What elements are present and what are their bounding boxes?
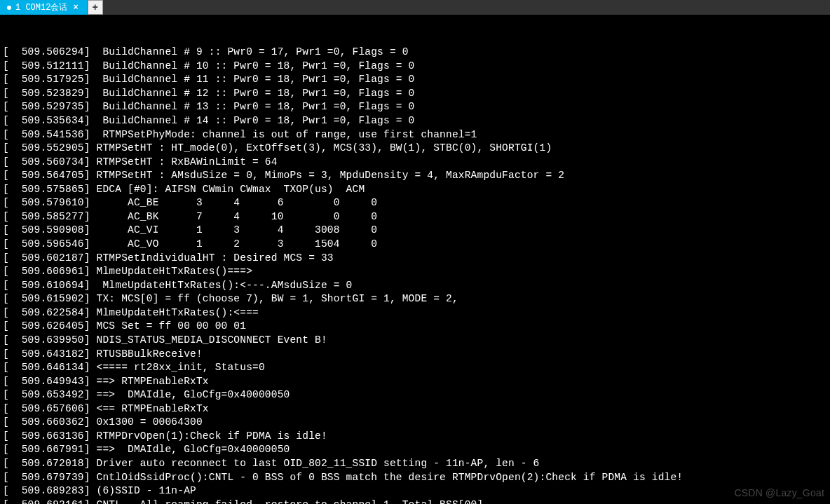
terminal-line: [ 509.626405] MCS Set = ff 00 00 00 01 <box>3 320 827 334</box>
terminal-line: [ 509.517925] BuildChannel # 11 :: Pwr0 … <box>3 73 827 87</box>
terminal-line: [ 509.689283] (6)SSID - 11n-AP <box>3 484 827 498</box>
tab-com12[interactable]: 1 COM12会话 × <box>0 0 88 15</box>
terminal-output[interactable]: [ 509.506294] BuildChannel # 9 :: Pwr0 =… <box>0 15 830 504</box>
tab-strip: 1 COM12会话 × + <box>0 0 830 15</box>
terminal-line: [ 509.672018] Driver auto reconnect to l… <box>3 457 827 471</box>
terminal-line: [ 509.590908] AC_VI 1 3 4 3008 0 <box>3 224 827 238</box>
terminal-lines: [ 509.506294] BuildChannel # 9 :: Pwr0 =… <box>3 46 827 504</box>
terminal-line: [ 509.663136] RTMPDrvOpen(1):Check if PD… <box>3 430 827 444</box>
terminal-line: [ 509.657606] <== RTMPEnableRxTx <box>3 402 827 416</box>
terminal-line: [ 509.596546] AC_VO 1 2 3 1504 0 <box>3 238 827 252</box>
terminal-line: [ 509.646134] <==== rt28xx_init, Status=… <box>3 361 827 375</box>
terminal-line: [ 509.575865] EDCA [#0]: AIFSN CWmin CWm… <box>3 183 827 197</box>
terminal-line: [ 509.653492] ==> DMAIdle, GloCfg=0x4000… <box>3 388 827 402</box>
terminal-line: [ 509.610694] MlmeUpdateHtTxRates():<---… <box>3 279 827 293</box>
terminal-line: [ 509.622584] MlmeUpdateHtTxRates():<=== <box>3 306 827 320</box>
terminal-line: [ 509.692161] CNTL - All roaming failed,… <box>3 498 827 504</box>
terminal-line: [ 509.679739] CntlOidSsidProc():CNTL - 0… <box>3 471 827 485</box>
terminal-line: [ 509.615902] TX: MCS[0] = ff (choose 7)… <box>3 292 827 306</box>
tab-status-dot-icon <box>7 6 11 10</box>
watermark: CSDN @Lazy_Goat <box>735 486 824 500</box>
terminal-line: [ 509.560734] RTMPSetHT : RxBAWinLimit =… <box>3 156 827 170</box>
close-icon[interactable]: × <box>72 3 79 13</box>
terminal-line: [ 509.667991] ==> DMAIdle, GloCfg=0x4000… <box>3 443 827 457</box>
terminal-line: [ 509.660362] 0x1300 = 00064300 <box>3 416 827 430</box>
terminal-line: [ 509.585277] AC_BK 7 4 10 0 0 <box>3 210 827 224</box>
tab-add-button[interactable]: + <box>88 0 103 15</box>
terminal-line: [ 509.512111] BuildChannel # 10 :: Pwr0 … <box>3 60 827 74</box>
terminal-line: [ 509.639950] NDIS_STATUS_MEDIA_DISCONNE… <box>3 334 827 348</box>
terminal-line: [ 509.579610] AC_BE 3 4 6 0 0 <box>3 196 827 210</box>
terminal-line: [ 509.506294] BuildChannel # 9 :: Pwr0 =… <box>3 46 827 60</box>
tab-label: 1 COM12会话 <box>15 1 67 13</box>
terminal-line: [ 509.552905] RTMPSetHT : HT_mode(0), Ex… <box>3 142 827 156</box>
terminal-line: [ 509.523829] BuildChannel # 12 :: Pwr0 … <box>3 87 827 101</box>
terminal-line: [ 509.535634] BuildChannel # 14 :: Pwr0 … <box>3 114 827 128</box>
terminal-line: [ 509.564705] RTMPSetHT : AMsduSize = 0,… <box>3 169 827 183</box>
terminal-line: [ 509.606961] MlmeUpdateHtTxRates()===> <box>3 265 827 279</box>
terminal-line: [ 509.643182] RTUSBBulkReceive! <box>3 348 827 362</box>
terminal-line: [ 509.602187] RTMPSetIndividualHT : Desi… <box>3 252 827 266</box>
plus-icon: + <box>92 2 97 13</box>
terminal-line: [ 509.649943] ==> RTMPEnableRxTx <box>3 375 827 389</box>
terminal-line: [ 509.541536] RTMPSetPhyMode: channel is… <box>3 128 827 142</box>
terminal-line: [ 509.529735] BuildChannel # 13 :: Pwr0 … <box>3 100 827 114</box>
